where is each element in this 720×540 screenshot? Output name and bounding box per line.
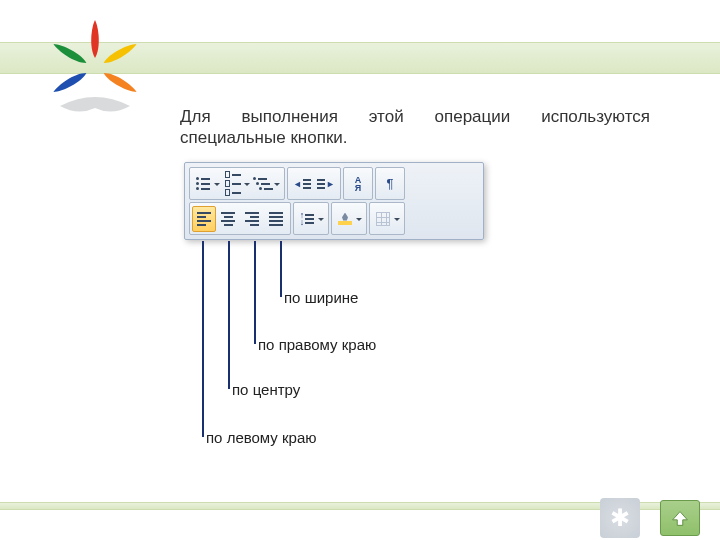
word-paragraph-toolbar: ◄ ► АЯ ¶ ↑↓	[184, 162, 484, 240]
bullet-list-button[interactable]	[192, 171, 222, 197]
label-center: по центру	[232, 381, 300, 398]
snowflake-icon: ✱	[600, 498, 640, 538]
align-center-button[interactable]	[216, 206, 240, 232]
label-right: по правому краю	[258, 336, 376, 353]
callout-line-justify	[280, 241, 282, 297]
callout-line-right	[254, 241, 256, 344]
description-text: Для выполнения этой операции используютс…	[180, 106, 650, 149]
increase-indent-button[interactable]: ►	[314, 171, 338, 197]
borders-button[interactable]	[372, 206, 402, 232]
toolbar-row-2: ↑↓	[189, 202, 479, 235]
callout-line-left	[202, 241, 204, 437]
numbered-list-button[interactable]	[222, 171, 252, 197]
multilevel-list-button[interactable]	[252, 171, 282, 197]
toolbar-row-1: ◄ ► АЯ ¶	[189, 167, 479, 200]
shading-button[interactable]	[334, 206, 364, 232]
nav-up-button[interactable]	[660, 500, 700, 536]
paragraph-marks-button[interactable]: ¶	[378, 171, 402, 197]
callout-line-center	[228, 241, 230, 389]
decrease-indent-button[interactable]: ◄	[290, 171, 314, 197]
line-spacing-button[interactable]: ↑↓	[296, 206, 326, 232]
align-left-button[interactable]	[192, 206, 216, 232]
align-justify-button[interactable]	[264, 206, 288, 232]
label-left: по левому краю	[206, 429, 317, 446]
label-justify: по ширине	[284, 289, 358, 306]
hands-logo	[30, 8, 160, 138]
sort-button[interactable]: АЯ	[346, 171, 370, 197]
align-right-button[interactable]	[240, 206, 264, 232]
